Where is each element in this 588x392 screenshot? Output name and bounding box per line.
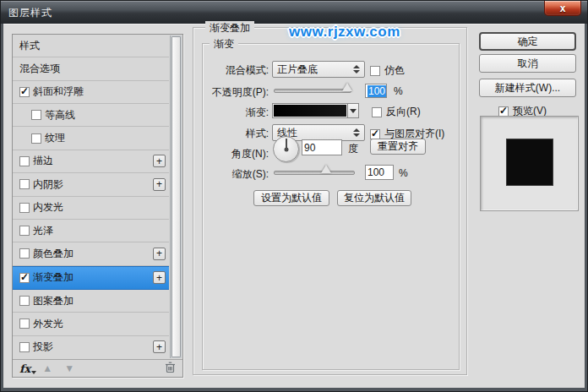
scrollbar-thumb[interactable] (172, 36, 181, 357)
scale-slider-thumb[interactable] (321, 165, 331, 173)
add-gradient-overlay-button[interactable]: + (153, 271, 166, 284)
group-title: 渐变 (210, 37, 238, 52)
opacity-slider[interactable] (274, 89, 351, 93)
dither-checkbox[interactable]: 仿色 (370, 63, 405, 78)
add-inner-shadow-button[interactable]: + (153, 178, 166, 191)
checkbox-gradient-overlay[interactable] (19, 273, 30, 283)
add-drop-shadow-button[interactable]: + (153, 340, 166, 353)
dither-checkbox-box[interactable] (370, 66, 380, 76)
add-color-overlay-button[interactable]: + (153, 248, 166, 260)
scale-unit: % (399, 167, 408, 179)
scale-slider[interactable] (274, 171, 355, 175)
checkbox-pattern-overlay[interactable] (19, 296, 30, 306)
gradient-label: 渐变: (204, 106, 269, 120)
checkbox-inner-shadow[interactable] (19, 179, 30, 189)
angle-input[interactable]: 90 (302, 139, 342, 155)
align-checkbox-box[interactable] (370, 129, 380, 139)
checkbox-bevel-emboss[interactable] (19, 87, 30, 97)
opacity-slider-thumb[interactable] (342, 83, 352, 91)
sidebar-item-styles[interactable]: 样式 (13, 35, 169, 57)
delete-effect-icon[interactable] (165, 362, 176, 376)
angle-label: 角度(N): (204, 147, 269, 161)
checkbox-satin[interactable] (19, 226, 30, 236)
sidebar-item-color-overlay[interactable]: 颜色叠加 + (13, 242, 169, 265)
sidebar-item-texture[interactable]: 纹理 (13, 127, 169, 150)
sidebar-item-drop-shadow[interactable]: 投影 + (13, 336, 169, 358)
cancel-button[interactable]: 取消 (479, 54, 576, 73)
close-button[interactable]: x (544, 1, 581, 16)
reset-default-button[interactable]: 复位为默认值 (337, 190, 411, 206)
select-updown-icon (353, 65, 360, 74)
reset-alignment-button[interactable]: 重置对齐 (370, 139, 426, 155)
sidebar-item-outer-glow[interactable]: 外发光 (13, 313, 169, 335)
move-down-icon[interactable]: ▼ (64, 363, 74, 373)
scale-input[interactable]: 100 (365, 165, 394, 180)
checkbox-contour[interactable] (31, 110, 41, 120)
fx-menu-icon[interactable]: fx (19, 362, 30, 375)
sidebar-item-inner-glow[interactable]: 内发光 (13, 197, 169, 220)
checkbox-stroke[interactable] (19, 156, 30, 166)
opacity-label: 不透明度(P): (204, 85, 269, 100)
angle-hub (284, 147, 288, 151)
sidebar-item-blending-options[interactable]: 混合选项 (13, 57, 169, 80)
checkbox-color-overlay[interactable] (19, 248, 30, 259)
watermark: www.rjzxw.com (289, 24, 400, 41)
close-icon: x (560, 3, 566, 14)
opacity-input[interactable]: 100 (365, 84, 387, 98)
styles-list-items: 样式 混合选项 斜面和浮雕 等高线 纹理 (13, 35, 169, 358)
panel-title: 渐变叠加 (205, 21, 254, 35)
styles-list-footer: fx ▲ ▼ (13, 359, 182, 377)
style-label: 样式: (204, 127, 269, 141)
blend-mode-label: 混合模式: (204, 63, 269, 78)
sidebar-item-satin[interactable]: 光泽 (13, 220, 169, 242)
sidebar-item-contour[interactable]: 等高线 (13, 104, 169, 127)
sidebar-item-gradient-overlay[interactable]: 渐变叠加 + (13, 266, 169, 290)
reverse-checkbox[interactable]: 反向(R) (372, 105, 421, 119)
dialog-content: www.rjzxw.com 样式 混合选项 斜面和浮雕 等高线 (3, 24, 585, 388)
style-preview (480, 116, 579, 211)
sidebar-item-inner-shadow[interactable]: 内阴影 + (13, 173, 169, 196)
gradient-picker-button[interactable] (347, 103, 359, 118)
styles-list-scrollbar[interactable] (170, 35, 182, 358)
gradient-overlay-panel: 渐变叠加 渐变 混合模式: 正片叠底 仿色 不透明度(P): (193, 27, 467, 375)
checkbox-drop-shadow[interactable] (19, 342, 30, 352)
dialog-title: 图层样式 (8, 6, 52, 20)
select-updown-icon (353, 128, 360, 137)
checkbox-inner-glow[interactable] (19, 203, 30, 213)
gradient-swatch[interactable] (272, 103, 348, 118)
scale-label: 缩放(S): (204, 167, 269, 182)
checkbox-texture[interactable] (31, 133, 41, 144)
preview-swatch (506, 139, 553, 186)
angle-unit: 度 (348, 142, 358, 156)
reverse-checkbox-box[interactable] (372, 107, 382, 117)
chevron-down-icon (350, 109, 357, 113)
sidebar-item-bevel-emboss[interactable]: 斜面和浮雕 (13, 81, 169, 104)
preview-checkbox-box[interactable] (498, 106, 509, 117)
blend-mode-select[interactable]: 正片叠底 (272, 61, 365, 78)
add-stroke-button[interactable]: + (153, 155, 166, 167)
layer-style-dialog: 图层样式 x www.rjzxw.com 样式 混合选项 斜面和浮雕 (0, 0, 588, 392)
gradient-group: 渐变 混合模式: 正片叠底 仿色 不透明度(P): 100 (202, 43, 460, 370)
opacity-unit: % (394, 85, 403, 97)
set-default-button[interactable]: 设置为默认值 (253, 190, 329, 206)
styles-list: 样式 混合选项 斜面和浮雕 等高线 纹理 (12, 34, 183, 378)
new-style-button[interactable]: 新建样式(W)... (479, 79, 576, 97)
sidebar-item-stroke[interactable]: 描边 + (13, 150, 169, 173)
checkbox-outer-glow[interactable] (19, 318, 30, 329)
sidebar-item-pattern-overlay[interactable]: 图案叠加 (13, 290, 169, 313)
title-bar[interactable]: 图层样式 x (1, 1, 587, 24)
move-up-icon[interactable]: ▲ (42, 363, 52, 373)
angle-dial[interactable] (273, 136, 299, 162)
ok-button[interactable]: 确定 (479, 32, 576, 51)
